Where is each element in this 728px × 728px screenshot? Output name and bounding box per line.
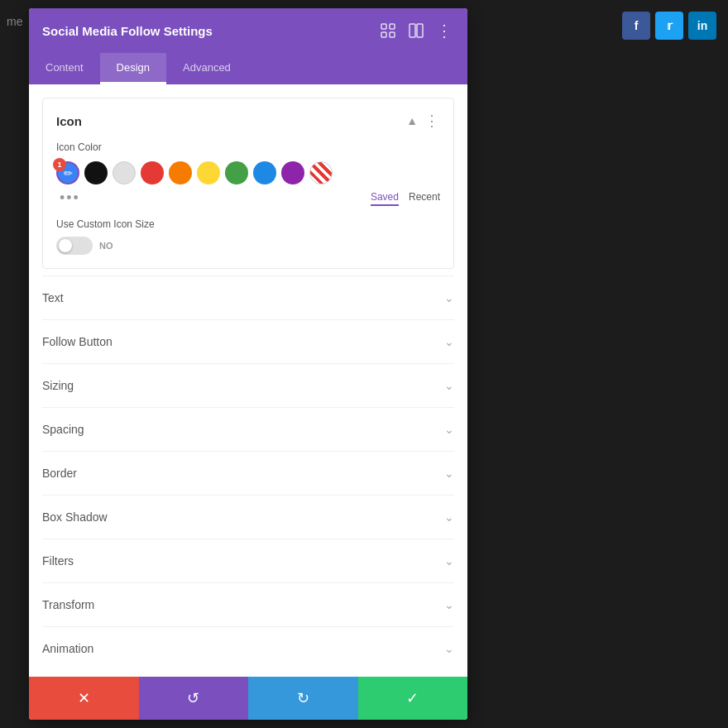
panel-tabs: Content Design Advanced <box>29 53 467 84</box>
swatch-tab-recent[interactable]: Recent <box>409 191 440 206</box>
spacing-section: Spacing ⌄ <box>42 407 454 451</box>
border-section-row[interactable]: Border ⌄ <box>42 452 454 495</box>
filters-chevron-icon: ⌄ <box>444 554 454 568</box>
spacing-chevron-icon: ⌄ <box>444 423 454 436</box>
text-section: Text ⌄ <box>42 275 454 319</box>
toggle-row: NO <box>56 237 440 255</box>
tab-design[interactable]: Design <box>100 53 166 84</box>
svg-rect-4 <box>410 24 415 37</box>
undo-button[interactable]: ↺ <box>139 677 249 720</box>
panel-title: Social Media Follow Settings <box>42 24 213 38</box>
swatch-yellow[interactable] <box>197 161 220 184</box>
transform-section-row[interactable]: Transform ⌄ <box>42 583 454 626</box>
sizing-chevron-icon: ⌄ <box>444 379 454 392</box>
custom-size-toggle[interactable] <box>56 237 93 255</box>
swatch-tab-saved[interactable]: Saved <box>371 191 399 206</box>
sizing-label: Sizing <box>42 379 74 392</box>
spacing-label: Spacing <box>42 423 84 436</box>
icon-section: Icon ▲ ⋮ Icon Color 1 ✏ <box>42 98 454 269</box>
follow-button-section-row[interactable]: Follow Button ⌄ <box>42 320 454 363</box>
cancel-button[interactable]: ✕ <box>29 677 139 720</box>
color-swatch-row: 1 ✏ <box>56 161 440 184</box>
icon-section-header: Icon ▲ ⋮ <box>56 112 440 130</box>
toggle-knob <box>59 239 72 252</box>
top-social-bar: f 𝕣 in <box>622 12 716 40</box>
redo-button[interactable]: ↻ <box>248 677 358 720</box>
border-label: Border <box>42 467 77 480</box>
collapse-icon[interactable]: ▲ <box>406 114 418 127</box>
follow-button-chevron-icon: ⌄ <box>444 335 454 348</box>
animation-label: Animation <box>42 642 93 655</box>
collapsible-sections: Text ⌄ Follow Button ⌄ Sizing ⌄ Spacing <box>29 275 467 670</box>
save-button[interactable]: ✓ <box>358 677 468 720</box>
swatch-white[interactable] <box>113 161 136 184</box>
filters-section-row[interactable]: Filters ⌄ <box>42 539 454 582</box>
swatch-black[interactable] <box>84 161 108 184</box>
text-section-row[interactable]: Text ⌄ <box>42 276 454 319</box>
swatch-tab-group: Saved Recent <box>371 191 440 206</box>
animation-chevron-icon: ⌄ <box>444 642 454 655</box>
custom-size-label: Use Custom Icon Size <box>56 218 155 230</box>
box-shadow-label: Box Shadow <box>42 510 108 524</box>
icon-color-label: Icon Color <box>56 141 440 153</box>
svg-rect-0 <box>381 24 386 29</box>
toggle-no-label: NO <box>99 241 113 251</box>
section-menu-icon[interactable]: ⋮ <box>424 112 440 130</box>
swatch-transparent[interactable] <box>309 161 333 184</box>
swatch-blue2[interactable] <box>253 161 276 184</box>
facebook-icon[interactable]: f <box>622 12 650 40</box>
panel-footer: ✕ ↺ ↻ ✓ <box>29 677 467 720</box>
swatch-green[interactable] <box>225 161 248 184</box>
box-shadow-section-row[interactable]: Box Shadow ⌄ <box>42 496 454 539</box>
selected-swatch-container[interactable]: 1 ✏ <box>56 161 79 184</box>
focus-icon[interactable] <box>378 21 398 41</box>
sizing-section: Sizing ⌄ <box>42 363 454 407</box>
border-section: Border ⌄ <box>42 451 454 495</box>
more-swatches-icon[interactable]: ••• <box>56 189 84 207</box>
animation-section: Animation ⌄ <box>42 626 454 670</box>
border-chevron-icon: ⌄ <box>444 467 454 480</box>
follow-button-section: Follow Button ⌄ <box>42 319 454 363</box>
follow-button-label: Follow Button <box>42 335 113 348</box>
animation-section-row[interactable]: Animation ⌄ <box>42 627 454 670</box>
spacing-section-row[interactable]: Spacing ⌄ <box>42 408 454 451</box>
transform-label: Transform <box>42 598 94 611</box>
app-me-label: me <box>7 15 22 28</box>
panel-header: Social Media Follow Settings ⋮ <box>29 8 467 53</box>
swatch-bottom-row: ••• Saved Recent <box>56 189 440 207</box>
tab-advanced[interactable]: Advanced <box>166 53 247 84</box>
help-section[interactable]: ? Help <box>29 670 467 677</box>
more-options-icon[interactable]: ⋮ <box>434 21 454 41</box>
swatch-purple[interactable] <box>281 161 304 184</box>
linkedin-icon[interactable]: in <box>688 12 716 40</box>
svg-rect-2 <box>381 32 386 37</box>
filters-label: Filters <box>42 554 74 568</box>
settings-panel: Social Media Follow Settings ⋮ <box>29 8 467 720</box>
icon-section-actions: ▲ ⋮ <box>406 112 440 130</box>
box-shadow-chevron-icon: ⌄ <box>444 510 454 524</box>
transform-chevron-icon: ⌄ <box>444 598 454 611</box>
layout-icon[interactable] <box>406 21 426 41</box>
swatch-red[interactable] <box>141 161 164 184</box>
svg-rect-1 <box>390 24 395 29</box>
svg-rect-3 <box>390 32 395 37</box>
pencil-icon: ✏ <box>56 161 79 184</box>
transform-section: Transform ⌄ <box>42 582 454 626</box>
swatch-orange[interactable] <box>169 161 192 184</box>
twitter-icon[interactable]: 𝕣 <box>655 12 683 40</box>
text-chevron-icon: ⌄ <box>444 291 454 304</box>
filters-section: Filters ⌄ <box>42 539 454 582</box>
icon-section-title: Icon <box>56 114 82 128</box>
svg-rect-5 <box>417 24 423 37</box>
box-shadow-section: Box Shadow ⌄ <box>42 495 454 539</box>
text-section-label: Text <box>42 291 64 304</box>
panel-header-icons: ⋮ <box>378 21 454 41</box>
sizing-section-row[interactable]: Sizing ⌄ <box>42 364 454 407</box>
custom-size-field: Use Custom Icon Size <box>56 218 440 230</box>
tab-content[interactable]: Content <box>29 53 100 84</box>
panel-body: Icon ▲ ⋮ Icon Color 1 ✏ <box>29 84 467 677</box>
